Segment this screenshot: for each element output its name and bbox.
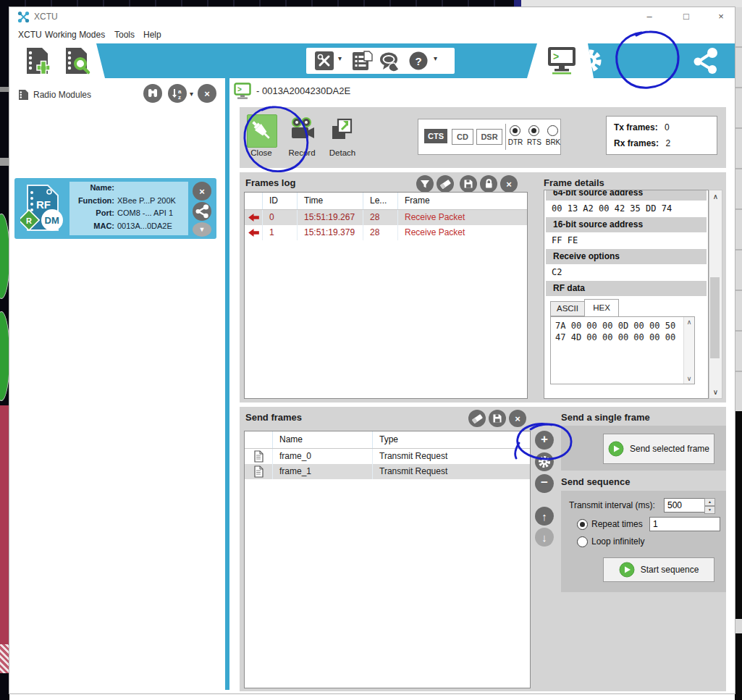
close-send-frames-button[interactable]: × (509, 410, 526, 427)
spinner-up-icon[interactable]: ▲ (704, 498, 715, 506)
svg-text:R: R (26, 216, 32, 225)
lock-scroll-button[interactable] (480, 175, 497, 193)
frame-document-icon (253, 465, 264, 478)
repeat-times-input[interactable] (649, 517, 720, 531)
menu-help[interactable]: Help (143, 26, 161, 43)
svg-text:DM: DM (45, 215, 59, 226)
clear-log-button[interactable] (437, 175, 454, 193)
scroll-down-icon[interactable]: ∨ (684, 375, 694, 382)
hex-viewer-scrollbar[interactable]: ∧ ∨ (683, 317, 694, 384)
send-frames-table[interactable]: Name Type frame_0 Transmit Re (244, 431, 531, 688)
module-name-label: Name: (69, 182, 114, 195)
close-all-modules-button[interactable]: × (198, 84, 216, 103)
send-frames-title: Send frames (245, 412, 302, 423)
frame-details-scrollbar[interactable]: ∧ ∨ (709, 190, 722, 399)
add-module-button[interactable] (22, 46, 52, 76)
save-send-frames-button[interactable] (489, 410, 506, 427)
play-icon (608, 441, 624, 457)
move-frame-up-button[interactable]: ↑ (535, 507, 554, 526)
close-log-button[interactable]: × (500, 175, 518, 193)
send-sequence-panel: Transmit interval (ms): ▲ ▼ Repeat times… (561, 491, 726, 592)
module-name-value (114, 182, 117, 195)
tx-frames-label: Tx frames: (614, 122, 658, 132)
network-mode-icon[interactable] (691, 46, 721, 75)
brk-toggle[interactable] (547, 125, 558, 136)
add-frame-button[interactable]: + (535, 431, 554, 450)
close-icon: × (199, 186, 205, 197)
sort-modules-button[interactable]: a z (168, 84, 187, 103)
chat-icon[interactable] (379, 50, 402, 72)
details-section-header: 64-bit source address (546, 190, 707, 201)
start-sequence-button[interactable]: Start sequence (603, 557, 714, 582)
sort-caret-icon[interactable]: ▾ (190, 90, 193, 98)
remove-module-button[interactable]: × (193, 182, 211, 201)
clear-send-frames-button[interactable] (468, 410, 486, 427)
col-time: Time (298, 193, 363, 209)
module-mac-value: 0013A...0DA2E (114, 220, 172, 233)
record-button[interactable] (287, 114, 316, 146)
spinner-down-icon[interactable]: ▼ (704, 506, 715, 514)
send-frame-row-0[interactable]: frame_0 Transmit Request (245, 449, 530, 464)
record-camera-icon (287, 114, 316, 146)
record-label: Record (283, 148, 321, 157)
minimize-button[interactable]: – (638, 9, 660, 24)
loop-infinitely-radio[interactable] (577, 536, 588, 547)
detach-button[interactable] (328, 114, 357, 146)
console-working-mode: > - 0013A2004230DA2E (229, 78, 735, 693)
module-port-label: Port: (69, 207, 114, 220)
frames-log-row-0[interactable]: 0 15:51:19.267 28 Receive Packet (245, 210, 527, 225)
remove-frame-button[interactable]: − (535, 474, 554, 493)
titlebar: XCTU – □ × (9, 7, 735, 26)
menu-tools[interactable]: Tools (114, 26, 135, 43)
cell-time: 15:51:19.267 (298, 210, 363, 225)
save-log-button[interactable] (460, 175, 477, 193)
maximize-button[interactable]: □ (675, 9, 697, 24)
close-window-button[interactable]: × (710, 9, 732, 24)
frames-log-table[interactable]: ID Time Le... Frame 0 15:51:19.267 28 Re… (244, 192, 528, 399)
scroll-down-icon[interactable]: ∨ (709, 388, 722, 396)
details-section-header: 16-bit source address (546, 217, 707, 232)
scroll-up-icon[interactable]: ∧ (709, 193, 722, 201)
tab-consoles-mode[interactable]: > (527, 43, 594, 78)
frames-log-row-1[interactable]: 1 15:51:19.379 28 Receive Packet (245, 225, 527, 240)
module-rf-icon: RF R DM (20, 182, 67, 235)
help-caret-icon[interactable]: ▾ (434, 54, 437, 62)
col-name: Name (273, 431, 373, 448)
col-id: ID (263, 193, 298, 209)
repeat-times-radio[interactable] (577, 519, 588, 530)
discover-module-button[interactable] (61, 46, 91, 76)
dtr-toggle[interactable] (510, 125, 520, 136)
tools-caret-icon[interactable]: ▾ (338, 54, 342, 62)
radio-modules-title: Radio Modules (33, 90, 91, 100)
module-info-box: Name: Function:XBee P...P 200K Port:COM8… (69, 182, 188, 235)
tools-menu-icon[interactable] (313, 50, 335, 72)
edit-frame-button[interactable] (535, 452, 554, 471)
expand-module-button[interactable]: ▼ (193, 222, 211, 237)
down-arrow-icon: ↓ (541, 531, 547, 544)
menu-working-modes[interactable]: Working Modes (45, 26, 105, 43)
send-selected-frame-button[interactable]: Send selected frame (603, 434, 714, 464)
send-frame-row-1[interactable]: frame_1 Transmit Request (245, 464, 530, 479)
scroll-up-icon[interactable]: ∧ (684, 319, 694, 326)
help-icon[interactable]: ? (408, 50, 429, 72)
tab-hex[interactable]: HEX (584, 299, 619, 316)
radio-modules-icon (17, 88, 30, 101)
rts-toggle[interactable] (528, 125, 539, 136)
filter-frames-button[interactable] (416, 175, 434, 193)
move-frame-down-button[interactable]: ↓ (535, 528, 554, 547)
col-length: Le... (363, 193, 398, 209)
rf-data-hex-viewer[interactable]: 7A 00 00 00 0D 00 00 50 47 4D 00 00 00 0… (550, 316, 695, 384)
module-network-button[interactable] (193, 202, 211, 221)
find-modules-button[interactable] (143, 84, 162, 103)
radio-module-card[interactable]: RF R DM Name: Function:XBee P...P 200K P… (14, 178, 216, 239)
menu-xctu[interactable]: XCTU (18, 26, 42, 43)
frames-generator-icon[interactable] (351, 50, 373, 72)
transmit-interval-input[interactable] (664, 498, 706, 513)
tab-ascii[interactable]: ASCII (550, 301, 585, 316)
detach-label: Detach (324, 148, 361, 157)
tools-box: ▾ ? ▾ (306, 48, 455, 74)
close-connection-button[interactable] (247, 114, 277, 148)
cell-length: 28 (363, 210, 398, 225)
scrollbar-thumb[interactable] (710, 277, 720, 358)
interval-spinner[interactable]: ▲ ▼ (704, 498, 715, 514)
